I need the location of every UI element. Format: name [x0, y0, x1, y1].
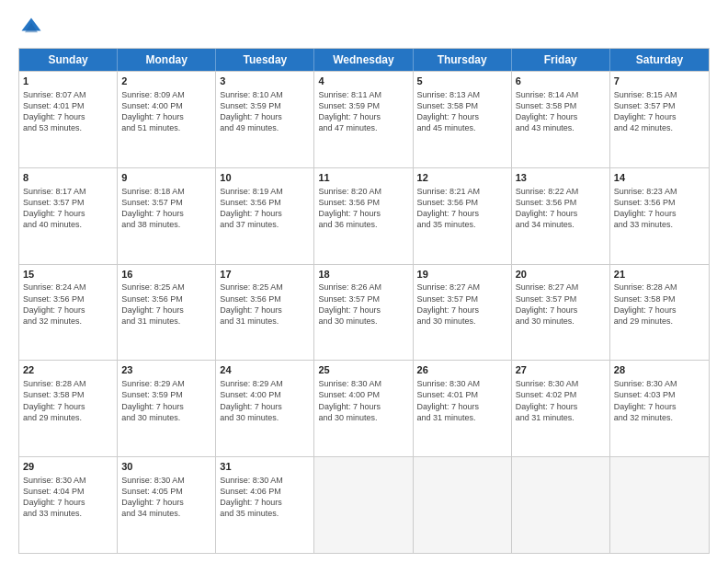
calendar-cell: 16Sunrise: 8:25 AMSunset: 3:56 PMDayligh…: [118, 265, 216, 361]
day-info-line: Sunset: 3:57 PM: [614, 100, 705, 111]
day-info-line: Sunrise: 8:30 AM: [23, 475, 113, 486]
day-info-line: Daylight: 7 hours: [121, 497, 211, 508]
day-info-line: Sunset: 3:56 PM: [516, 197, 606, 208]
day-info-line: Sunrise: 8:19 AM: [220, 186, 310, 197]
day-number: 14: [614, 171, 705, 185]
day-info-line: Sunrise: 8:25 AM: [220, 282, 310, 293]
day-number: 10: [220, 171, 310, 185]
day-info-line: Sunset: 3:58 PM: [516, 100, 606, 111]
day-info-line: Daylight: 7 hours: [318, 111, 408, 122]
day-info-line: Daylight: 7 hours: [121, 304, 211, 316]
day-number: 7: [614, 75, 705, 88]
calendar-week: 1Sunrise: 8:07 AMSunset: 4:01 PMDaylight…: [19, 71, 709, 167]
day-info-line: and 34 minutes.: [121, 508, 211, 519]
calendar-week: 8Sunrise: 8:17 AMSunset: 3:57 PMDaylight…: [19, 167, 709, 264]
day-info-line: Daylight: 7 hours: [318, 208, 408, 219]
day-info-line: Sunset: 3:56 PM: [220, 293, 310, 304]
calendar-cell: 10Sunrise: 8:19 AMSunset: 3:56 PMDayligh…: [216, 168, 314, 264]
day-number: 26: [417, 363, 507, 377]
day-info-line: and 30 minutes.: [417, 316, 507, 327]
day-info-line: Daylight: 7 hours: [220, 401, 310, 412]
day-number: 30: [121, 460, 211, 474]
day-number: 19: [417, 268, 507, 282]
day-info-line: Sunset: 4:00 PM: [121, 100, 211, 111]
day-info-line: Sunrise: 8:22 AM: [516, 186, 606, 197]
day-info-line: and 31 minutes.: [417, 412, 507, 423]
day-info-line: Sunset: 3:56 PM: [614, 197, 705, 208]
day-info-line: and 30 minutes.: [318, 316, 408, 327]
day-number: 13: [516, 171, 606, 185]
calendar-cell: [414, 457, 512, 553]
day-info-line: Daylight: 7 hours: [23, 497, 113, 508]
calendar-cell: 11Sunrise: 8:20 AMSunset: 3:56 PMDayligh…: [314, 168, 413, 264]
calendar-cell: 7Sunrise: 8:15 AMSunset: 3:57 PMDaylight…: [610, 72, 709, 167]
day-number: 16: [121, 268, 211, 282]
calendar-cell: 25Sunrise: 8:30 AMSunset: 4:00 PMDayligh…: [314, 361, 413, 456]
day-info-line: Sunset: 4:06 PM: [220, 486, 310, 497]
calendar-header-cell: Sunday: [19, 49, 118, 71]
day-info-line: and 49 minutes.: [220, 122, 310, 133]
calendar-cell: 14Sunrise: 8:23 AMSunset: 3:56 PMDayligh…: [610, 168, 709, 264]
day-info-line: Daylight: 7 hours: [516, 401, 606, 412]
day-info-line: Sunset: 4:03 PM: [614, 389, 705, 400]
day-info-line: Sunset: 3:59 PM: [220, 100, 310, 111]
day-info-line: Daylight: 7 hours: [121, 111, 211, 122]
day-info-line: Sunrise: 8:28 AM: [23, 378, 113, 389]
day-info-line: Sunset: 3:58 PM: [23, 389, 113, 400]
day-number: 2: [121, 75, 211, 88]
calendar-header-row: SundayMondayTuesdayWednesdayThursdayFrid…: [19, 49, 709, 71]
day-info-line: Daylight: 7 hours: [23, 401, 113, 412]
day-info-line: and 40 minutes.: [23, 219, 113, 230]
day-info-line: and 30 minutes.: [220, 412, 310, 423]
day-number: 17: [220, 268, 310, 282]
day-info-line: and 29 minutes.: [23, 412, 113, 423]
logo: [18, 15, 48, 40]
calendar-week: 22Sunrise: 8:28 AMSunset: 3:58 PMDayligh…: [19, 360, 709, 456]
day-info-line: Sunrise: 8:20 AM: [318, 186, 408, 197]
day-info-line: and 31 minutes.: [121, 316, 211, 327]
day-info-line: Daylight: 7 hours: [614, 304, 705, 316]
day-info-line: Sunset: 3:57 PM: [23, 197, 113, 208]
calendar-cell: 26Sunrise: 8:30 AMSunset: 4:01 PMDayligh…: [414, 361, 512, 456]
day-info-line: and 35 minutes.: [220, 508, 310, 519]
day-info-line: Sunrise: 8:28 AM: [614, 282, 705, 293]
day-number: 18: [318, 268, 408, 282]
logo-icon: [18, 15, 44, 40]
day-info-line: and 36 minutes.: [318, 219, 408, 230]
calendar-cell: 29Sunrise: 8:30 AMSunset: 4:04 PMDayligh…: [19, 457, 118, 553]
day-info-line: and 29 minutes.: [614, 316, 705, 327]
calendar-cell: [610, 457, 709, 553]
day-info-line: Daylight: 7 hours: [121, 401, 211, 412]
calendar-cell: 20Sunrise: 8:27 AMSunset: 3:57 PMDayligh…: [512, 265, 610, 361]
day-info-line: Daylight: 7 hours: [220, 111, 310, 122]
day-number: 21: [614, 268, 705, 282]
day-info-line: and 30 minutes.: [318, 412, 408, 423]
day-info-line: Daylight: 7 hours: [516, 304, 606, 316]
day-info-line: Sunset: 3:57 PM: [318, 293, 408, 304]
day-info-line: Daylight: 7 hours: [614, 208, 705, 219]
day-info-line: Sunrise: 8:26 AM: [318, 282, 408, 293]
day-number: 31: [220, 460, 310, 474]
day-info-line: Sunrise: 8:30 AM: [516, 378, 606, 389]
calendar-cell: 9Sunrise: 8:18 AMSunset: 3:57 PMDaylight…: [118, 168, 216, 264]
day-info-line: Sunset: 3:57 PM: [417, 293, 507, 304]
day-number: 8: [23, 171, 113, 185]
day-info-line: Sunset: 4:01 PM: [23, 100, 113, 111]
calendar-cell: 21Sunrise: 8:28 AMSunset: 3:58 PMDayligh…: [610, 265, 709, 361]
day-info-line: and 45 minutes.: [417, 122, 507, 133]
calendar-header-cell: Thursday: [414, 49, 512, 71]
day-info-line: Sunrise: 8:17 AM: [23, 186, 113, 197]
day-info-line: Sunset: 4:00 PM: [318, 389, 408, 400]
calendar-header-cell: Friday: [512, 49, 610, 71]
day-info-line: Daylight: 7 hours: [417, 401, 507, 412]
day-info-line: Sunrise: 8:25 AM: [121, 282, 211, 293]
day-info-line: Sunrise: 8:27 AM: [417, 282, 507, 293]
day-info-line: Sunset: 3:56 PM: [121, 293, 211, 304]
day-number: 1: [23, 75, 113, 88]
day-number: 4: [318, 75, 408, 88]
day-info-line: Sunrise: 8:30 AM: [614, 378, 705, 389]
day-info-line: Daylight: 7 hours: [417, 111, 507, 122]
calendar-cell: 19Sunrise: 8:27 AMSunset: 3:57 PMDayligh…: [414, 265, 512, 361]
day-number: 12: [417, 171, 507, 185]
day-info-line: Sunset: 4:04 PM: [23, 486, 113, 497]
